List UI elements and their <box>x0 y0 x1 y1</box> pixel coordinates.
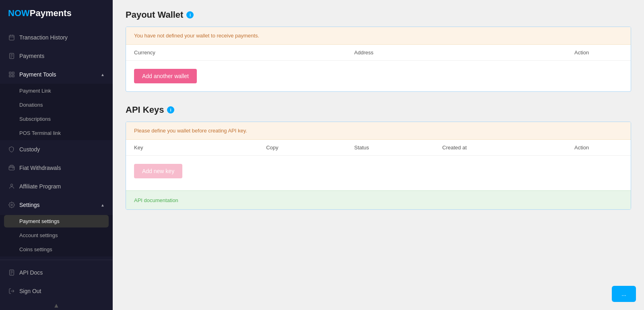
logo-payments: Payments <box>30 8 72 18</box>
sidebar-subitem-pos-terminal[interactable]: POS Terminal link <box>0 126 113 140</box>
gear-icon <box>8 201 15 209</box>
corner-button[interactable]: ... <box>612 286 636 302</box>
sidebar-label-api-docs: API Docs <box>19 269 43 276</box>
svg-rect-8 <box>9 72 11 74</box>
sidebar: NOWPayments Transaction History Payments… <box>0 0 113 310</box>
svg-rect-0 <box>9 35 14 40</box>
api-keys-title: API Keys i <box>126 105 631 115</box>
main-content: Payout Wallet i You have not defined you… <box>113 0 644 310</box>
logo: NOWPayments <box>0 0 113 28</box>
settings-submenu: Payment settings Account settings Coins … <box>0 215 113 256</box>
sidebar-item-custody[interactable]: Custody <box>0 140 113 159</box>
payout-wallet-card: You have not defined your wallet to rece… <box>126 27 631 92</box>
sidebar-label-sign-out: Sign Out <box>19 288 41 294</box>
payout-wallet-alert: You have not defined your wallet to rece… <box>126 27 631 45</box>
logo-now: NOW <box>8 8 30 18</box>
receipt-icon <box>8 52 15 60</box>
api-documentation-link[interactable]: API documentation <box>134 197 178 203</box>
sidebar-subitem-subscriptions[interactable]: Subscriptions <box>0 112 113 126</box>
sidebar-nav: Transaction History Payments Payment Too… <box>0 28 113 300</box>
sidebar-label-affiliate-program: Affiliate Program <box>19 183 61 190</box>
sidebar-item-sign-out[interactable]: Sign Out <box>0 282 113 300</box>
sidebar-item-payments[interactable]: Payments <box>0 47 113 65</box>
calendar-icon <box>8 34 15 41</box>
sidebar-item-transaction-history[interactable]: Transaction History <box>0 28 113 47</box>
sidebar-label-payments: Payments <box>19 53 44 59</box>
api-keys-body: Add new key <box>126 156 631 186</box>
sidebar-item-settings[interactable]: Settings ▲ <box>0 196 113 214</box>
payment-tools-submenu: Payment Link Donations Subscriptions POS… <box>0 84 113 140</box>
api-doc-banner: API documentation <box>126 190 631 209</box>
svg-rect-11 <box>12 75 14 77</box>
sidebar-item-fiat-withdrawals[interactable]: Fiat Withdrawals <box>0 159 113 177</box>
sidebar-subitem-payment-link[interactable]: Payment Link <box>0 84 113 98</box>
chevron-up-icon: ▲ <box>101 72 105 77</box>
svg-point-14 <box>11 204 12 206</box>
api-col-action: Action <box>574 145 623 151</box>
sidebar-subitem-payment-settings[interactable]: Payment settings <box>4 215 109 227</box>
shield-icon <box>8 146 15 153</box>
sidebar-item-api-docs[interactable]: API Docs <box>0 263 113 282</box>
doc-icon <box>8 269 15 276</box>
svg-rect-9 <box>12 72 14 74</box>
svg-point-13 <box>10 184 12 186</box>
svg-rect-10 <box>9 75 11 77</box>
payout-wallet-table-header: Currency Address Action <box>126 45 631 61</box>
sidebar-subitem-account-settings[interactable]: Account settings <box>0 228 113 242</box>
wallet-col-currency: Currency <box>134 50 354 56</box>
wallet-col-address: Address <box>354 50 574 56</box>
sidebar-label-fiat-withdrawals: Fiat Withdrawals <box>19 165 61 171</box>
api-col-status: Status <box>354 145 442 151</box>
api-keys-info-icon[interactable]: i <box>167 106 174 114</box>
payout-wallet-title: Payout Wallet i <box>126 10 631 20</box>
sidebar-label-transaction-history: Transaction History <box>19 34 68 41</box>
person-icon <box>8 183 15 190</box>
api-col-key: Key <box>134 145 266 151</box>
api-keys-table-header: Key Copy Status Created at Action <box>126 140 631 156</box>
grid-icon <box>8 71 15 78</box>
add-new-key-button[interactable]: Add new key <box>134 164 182 178</box>
wallet-col-action: Action <box>574 50 623 56</box>
payout-wallet-info-icon[interactable]: i <box>186 11 194 19</box>
payout-wallet-body: Add another wallet <box>126 61 631 91</box>
sidebar-item-affiliate-program[interactable]: Affiliate Program <box>0 177 113 196</box>
signout-icon <box>8 287 15 295</box>
api-col-created-at: Created at <box>442 145 574 151</box>
chevron-down-icon: ▲ <box>101 203 105 207</box>
sidebar-label-payment-tools: Payment Tools <box>19 71 56 78</box>
api-keys-card: Please define you wallet before creating… <box>126 122 631 210</box>
sidebar-subitem-donations[interactable]: Donations <box>0 98 113 112</box>
sidebar-item-payment-tools[interactable]: Payment Tools ▲ <box>0 65 113 84</box>
wallet-icon <box>8 164 15 172</box>
sidebar-label-settings: Settings <box>19 202 40 208</box>
sidebar-label-custody: Custody <box>19 146 40 153</box>
add-another-wallet-button[interactable]: Add another wallet <box>134 69 197 83</box>
api-col-copy: Copy <box>266 145 354 151</box>
sidebar-subitem-coins-settings[interactable]: Coins settings <box>0 242 113 256</box>
api-keys-alert: Please define you wallet before creating… <box>126 122 631 140</box>
svg-rect-12 <box>9 166 14 170</box>
scroll-up-indicator: ▲ <box>0 300 113 310</box>
